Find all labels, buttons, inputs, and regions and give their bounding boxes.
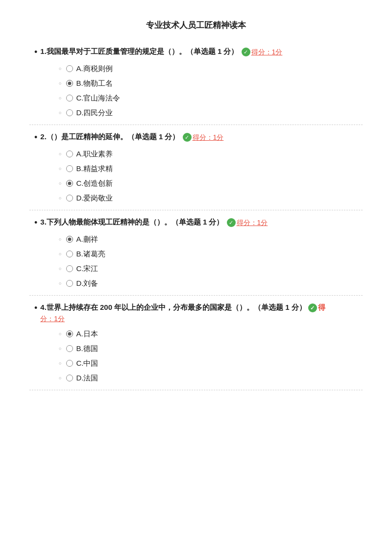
- option-q3d[interactable]: ○D.刘备: [59, 278, 363, 289]
- option-label: D.爱岗敬业: [76, 192, 113, 204]
- radio-button[interactable]: [66, 151, 73, 157]
- option-small-bullet: ○: [59, 151, 61, 157]
- option-label: B.德国: [76, 343, 98, 354]
- option-small-bullet: ○: [59, 109, 61, 116]
- question-divider: [29, 125, 363, 125]
- score-text-block: 分：1分: [40, 313, 363, 324]
- option-label: C.创造创新: [76, 177, 113, 189]
- score-text-inline: 得: [318, 303, 325, 311]
- page-title: 专业技术人员工匠精神读本: [29, 20, 363, 31]
- option-label: A.职业素养: [76, 148, 112, 160]
- question-2-text: 2.（）是工匠精神的延伸。（单选题 1 分）✓得分：1分: [40, 131, 363, 143]
- radio-button[interactable]: [66, 360, 73, 367]
- score-text: 得分：1分: [237, 217, 268, 228]
- question-main-text: 2.（）是工匠精神的延伸。（单选题 1 分）: [40, 132, 179, 141]
- option-small-bullet: ○: [59, 80, 61, 87]
- correct-icon: ✓: [183, 133, 192, 142]
- option-label: D.刘备: [76, 278, 98, 289]
- option-label: B.物勒工名: [76, 77, 112, 89]
- correct-icon: ✓: [308, 303, 317, 312]
- option-q1a[interactable]: ○A.商税则例: [59, 63, 363, 75]
- score-badge: ✓得分：1分: [181, 132, 224, 143]
- option-small-bullet: ○: [59, 180, 61, 187]
- score-badge: ✓得分：1分: [225, 217, 268, 228]
- option-q3b[interactable]: ○B.诸葛亮: [59, 248, 363, 260]
- option-q4b[interactable]: ○B.德国: [59, 343, 363, 354]
- option-q3c[interactable]: ○C.宋江: [59, 263, 363, 275]
- radio-button[interactable]: [66, 375, 73, 381]
- option-q1b[interactable]: ○B.物勒工名: [59, 77, 363, 89]
- option-label: D.法国: [76, 372, 98, 384]
- correct-icon: ✓: [227, 218, 236, 227]
- question-3-text: 3.下列人物最能体现工匠精神的是（）。（单选题 1 分）✓得分：1分: [40, 216, 363, 228]
- option-q4a[interactable]: ○A.日本: [59, 328, 363, 340]
- option-small-bullet: ○: [59, 265, 61, 272]
- option-label: C.宋江: [76, 263, 98, 275]
- question-4-text: 4.世界上持续存在 200 年以上的企业中，分布最多的国家是（）。（单选题 1 …: [40, 302, 363, 324]
- option-q2a[interactable]: ○A.职业素养: [59, 148, 363, 160]
- question-2: •2.（）是工匠精神的延伸。（单选题 1 分）✓得分：1分○A.职业素养○B.精…: [29, 131, 363, 204]
- option-q3a[interactable]: ○A.蒯祥: [59, 233, 363, 245]
- option-small-bullet: ○: [59, 95, 61, 101]
- question-4: •4.世界上持续存在 200 年以上的企业中，分布最多的国家是（）。（单选题 1…: [29, 302, 363, 384]
- option-label: C.中国: [76, 357, 98, 369]
- option-q4d[interactable]: ○D.法国: [59, 372, 363, 384]
- question-divider: [29, 210, 363, 210]
- question-3: •3.下列人物最能体现工匠精神的是（）。（单选题 1 分）✓得分：1分○A.蒯祥…: [29, 216, 363, 289]
- radio-button[interactable]: [66, 280, 73, 287]
- option-small-bullet: ○: [59, 330, 61, 337]
- radio-button[interactable]: [66, 251, 73, 257]
- option-q1c[interactable]: ○C.官山海法令: [59, 92, 363, 104]
- option-small-bullet: ○: [59, 251, 61, 257]
- score-badge: ✓得分：1分: [240, 47, 283, 57]
- option-label: B.精益求精: [76, 163, 112, 175]
- option-small-bullet: ○: [59, 280, 61, 287]
- question-divider: [29, 295, 363, 296]
- radio-button[interactable]: [66, 80, 73, 87]
- radio-button[interactable]: [66, 330, 73, 337]
- radio-button[interactable]: [66, 345, 73, 352]
- radio-button[interactable]: [66, 195, 73, 202]
- option-small-bullet: ○: [59, 165, 61, 172]
- question-main-text: 1.我国最早对于工匠质量管理的规定是（）。（单选题 1 分）: [40, 47, 238, 55]
- option-small-bullet: ○: [59, 375, 61, 381]
- option-small-bullet: ○: [59, 345, 61, 352]
- option-q2b[interactable]: ○B.精益求精: [59, 163, 363, 175]
- radio-button[interactable]: [66, 236, 73, 243]
- option-q1d[interactable]: ○D.四民分业: [59, 107, 363, 119]
- option-label: A.蒯祥: [76, 233, 98, 245]
- radio-button[interactable]: [66, 165, 73, 172]
- radio-button[interactable]: [66, 180, 73, 187]
- question-bullet: •: [34, 131, 37, 144]
- option-q2d[interactable]: ○D.爱岗敬业: [59, 192, 363, 204]
- option-label: D.四民分业: [76, 107, 113, 119]
- option-label: A.日本: [76, 328, 98, 340]
- option-small-bullet: ○: [59, 360, 61, 367]
- option-small-bullet: ○: [59, 195, 61, 202]
- correct-icon: ✓: [242, 48, 250, 56]
- option-label: C.官山海法令: [76, 92, 120, 104]
- option-q4c[interactable]: ○C.中国: [59, 357, 363, 369]
- question-divider: [29, 390, 363, 390]
- question-bullet: •: [34, 46, 37, 59]
- radio-button[interactable]: [66, 109, 73, 116]
- radio-button[interactable]: [66, 65, 73, 72]
- question-1: •1.我国最早对于工匠质量管理的规定是（）。（单选题 1 分）✓得分：1分○A.…: [29, 46, 363, 119]
- option-q2c[interactable]: ○C.创造创新: [59, 177, 363, 189]
- option-label: A.商税则例: [76, 63, 112, 75]
- score-text: 得分：1分: [193, 132, 224, 143]
- option-label: B.诸葛亮: [76, 248, 105, 260]
- option-small-bullet: ○: [59, 65, 61, 72]
- question-bullet: •: [34, 216, 37, 229]
- question-1-text: 1.我国最早对于工匠质量管理的规定是（）。（单选题 1 分）✓得分：1分: [40, 46, 363, 57]
- option-small-bullet: ○: [59, 236, 61, 243]
- radio-button[interactable]: [66, 95, 73, 101]
- question-bullet: •: [34, 302, 37, 315]
- question-main-text: 4.世界上持续存在 200 年以上的企业中，分布最多的国家是（）。（单选题 1 …: [40, 303, 306, 311]
- question-main-text: 3.下列人物最能体现工匠精神的是（）。（单选题 1 分）: [40, 218, 223, 226]
- radio-button[interactable]: [66, 265, 73, 272]
- score-text: 得分：1分: [251, 47, 283, 57]
